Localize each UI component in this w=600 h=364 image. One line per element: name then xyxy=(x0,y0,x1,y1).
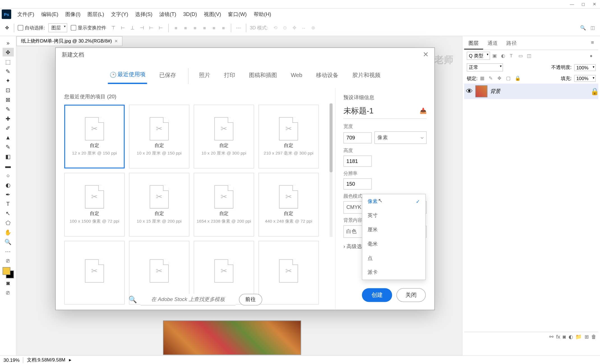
healing-tool[interactable]: ✚ xyxy=(2,114,13,123)
layer-thumbnail[interactable] xyxy=(475,85,487,97)
quick-select-tool[interactable]: ✦ xyxy=(2,76,13,85)
lock-pixels-icon[interactable]: ✎ xyxy=(489,75,495,81)
unit-option-points[interactable]: 点 xyxy=(362,251,425,265)
visibility-eye-icon[interactable]: 👁 xyxy=(466,88,473,95)
path-select-tool[interactable]: ↖ xyxy=(2,209,13,218)
stamp-tool[interactable]: ▲ xyxy=(2,133,13,142)
close-button[interactable]: 关闭 xyxy=(396,288,426,302)
preset-item[interactable]: ✂ 自定 12 x 20 厘米 @ 150 ppi xyxy=(64,105,124,169)
collapse-icon[interactable]: » xyxy=(2,38,13,47)
foreground-color-swatch[interactable] xyxy=(2,267,10,275)
lock-artboard-icon[interactable]: ▢ xyxy=(506,75,512,81)
panel-tab-layers[interactable]: 图层 xyxy=(464,38,483,50)
layer-fx-icon[interactable]: fx xyxy=(556,334,560,340)
dialog-close-icon[interactable]: ✕ xyxy=(423,50,428,59)
document-tab[interactable]: 纸上烧炸DM单-拷贝.jpg @ 30.2%(RGB/8#) ✕ xyxy=(16,36,123,46)
align-bottom-icon[interactable]: ⊥ xyxy=(129,24,137,32)
transform-controls-checkbox[interactable]: 显示变换控件 xyxy=(71,25,106,31)
adjustment-layer-icon[interactable]: ◐ xyxy=(569,334,573,340)
preset-item[interactable]: ✂ 自定 10 x 20 厘米 @ 150 ppi xyxy=(129,105,189,169)
dialog-tab-photo[interactable]: 照片 xyxy=(188,68,212,84)
new-layer-icon[interactable]: ⊞ xyxy=(585,334,589,340)
autoselect-checkbox[interactable]: 自动选择: xyxy=(18,25,45,31)
dialog-tab-art[interactable]: 图稿和插图 xyxy=(247,68,279,84)
distribute-vcenter-icon[interactable]: ≡ xyxy=(182,24,190,32)
zoom-level[interactable]: 30.19% xyxy=(3,357,19,362)
filter-image-icon[interactable]: ▣ xyxy=(492,53,499,59)
distribute-top-icon[interactable]: ≡ xyxy=(172,24,180,32)
distribute-bottom-icon[interactable]: ≡ xyxy=(191,24,199,32)
width-unit-dropdown[interactable]: 像素 xyxy=(374,131,426,144)
height-input[interactable] xyxy=(343,155,372,167)
dialog-tab-saved[interactable]: 已保存 xyxy=(158,68,178,84)
stock-go-button[interactable]: 前往 xyxy=(239,294,262,305)
eyedropper-tool[interactable]: ✎ xyxy=(2,105,13,113)
link-layers-icon[interactable]: ⚯ xyxy=(549,334,553,340)
unit-option-picas[interactable]: 派卡 xyxy=(362,265,425,280)
layer-mask-icon[interactable]: ◙ xyxy=(563,334,566,340)
align-right-icon[interactable]: ⊢ xyxy=(157,24,165,32)
preset-name-input[interactable]: 未标题-1 xyxy=(343,106,374,116)
unit-option-mm[interactable]: 毫米 xyxy=(362,237,425,251)
marquee-tool[interactable]: ⬚ xyxy=(2,57,13,66)
dialog-tab-mobile[interactable]: 移动设备 xyxy=(314,68,340,84)
distribute-hcenter-icon[interactable]: ≡ xyxy=(210,24,218,32)
menu-filter[interactable]: 滤镜(T) xyxy=(156,9,180,20)
layer-group-icon[interactable]: 📁 xyxy=(575,334,582,340)
layer-name-label[interactable]: 背景 xyxy=(490,88,588,95)
close-tab-icon[interactable]: ✕ xyxy=(114,39,118,43)
layer-row-background[interactable]: 👁 背景 🔒 xyxy=(464,83,598,99)
lock-position-icon[interactable]: ✥ xyxy=(497,75,504,81)
crop-tool[interactable]: ⊡ xyxy=(2,86,13,94)
panel-menu-icon[interactable]: ≡ xyxy=(587,38,598,50)
menu-window[interactable]: 窗口(W) xyxy=(225,9,250,20)
menu-3d[interactable]: 3D(D) xyxy=(180,9,200,20)
distribute-right-icon[interactable]: ≡ xyxy=(220,24,227,32)
pen-tool[interactable]: ✒ xyxy=(2,190,13,199)
preset-item[interactable]: ✂ 自定 10 x 20 厘米 @ 300 ppi xyxy=(194,105,254,169)
lock-transparency-icon[interactable]: ▦ xyxy=(480,75,486,81)
filter-shape-icon[interactable]: ▭ xyxy=(518,53,525,59)
search-icon[interactable]: 🔍 xyxy=(579,24,587,32)
doc-size[interactable]: 文档:9.58M/9.58M xyxy=(27,357,65,363)
maximize-button[interactable]: ◻ xyxy=(578,0,589,8)
filter-adjust-icon[interactable]: ◐ xyxy=(501,53,507,59)
lock-all-icon[interactable]: 🔒 xyxy=(515,75,521,81)
unit-option-inches[interactable]: 英寸 xyxy=(362,209,425,223)
dialog-tab-film[interactable]: 胶片和视频 xyxy=(350,68,382,84)
layer-filter-dropdown[interactable]: Q 类型 xyxy=(467,52,490,60)
align-hcenter-icon[interactable]: ⊢ xyxy=(147,24,155,32)
align-vcenter-icon[interactable]: ⊢ xyxy=(119,24,127,32)
move-tool[interactable]: ✥ xyxy=(2,48,13,57)
menu-help[interactable]: 帮助(H) xyxy=(250,9,274,20)
menu-image[interactable]: 图像(I) xyxy=(62,9,84,20)
align-top-icon[interactable]: ⊤ xyxy=(110,24,117,32)
quick-mask-tool[interactable]: ◙ xyxy=(2,279,13,287)
screen-mode-tool[interactable]: ⎚ xyxy=(2,288,13,297)
autoselect-target-dropdown[interactable]: 图层 xyxy=(48,23,67,32)
dialog-tab-print[interactable]: 打印 xyxy=(222,68,237,84)
shape-tool[interactable]: ⬠ xyxy=(2,218,13,227)
minimize-button[interactable]: — xyxy=(566,0,578,8)
resolution-input[interactable] xyxy=(343,178,372,190)
create-button[interactable]: 创建 xyxy=(362,288,392,302)
hand-tool[interactable]: ✋ xyxy=(2,228,13,237)
edit-toolbar[interactable]: ⎚ xyxy=(2,256,13,265)
type-tool[interactable]: T xyxy=(2,199,13,208)
align-left-icon[interactable]: ⊣ xyxy=(138,24,146,32)
more-align-icon[interactable]: ⋯ xyxy=(235,24,243,32)
filter-toggle-icon[interactable]: ● xyxy=(590,53,596,59)
preset-scrollbar[interactable] xyxy=(329,103,333,237)
preset-item[interactable]: ✂ 自定 1654 x 2338 像素 @ 200 ppi xyxy=(194,173,254,237)
opacity-input[interactable]: 100% xyxy=(574,64,596,71)
save-preset-icon[interactable]: 📥 xyxy=(420,108,427,114)
stock-search-input[interactable] xyxy=(141,294,236,305)
more-tools[interactable]: ⋯ xyxy=(2,247,13,256)
preset-item[interactable]: ✂ 自定 210 x 297 毫米 @ 300 ppi xyxy=(259,105,319,169)
width-input[interactable] xyxy=(343,132,372,143)
blur-tool[interactable]: ○ xyxy=(2,171,13,180)
menu-type[interactable]: 文字(Y) xyxy=(108,9,132,20)
distribute-left-icon[interactable]: ≡ xyxy=(200,24,208,32)
lasso-tool[interactable]: ✎ xyxy=(2,67,13,75)
unit-option-pixels[interactable]: 像素 xyxy=(362,194,425,209)
